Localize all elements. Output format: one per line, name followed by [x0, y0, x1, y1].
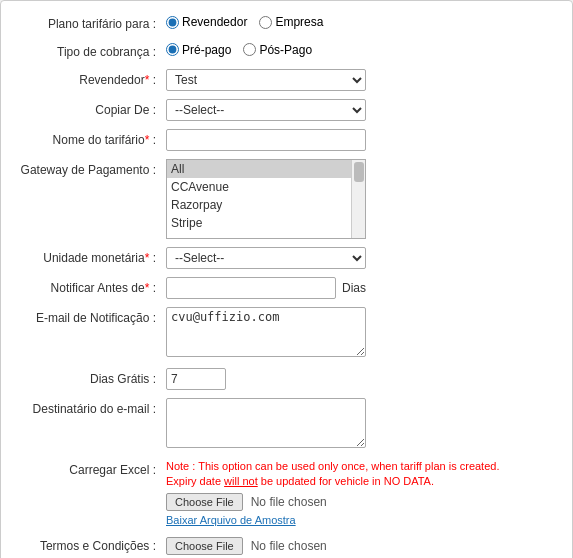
- note-line2-prefix: Expiry date: [166, 475, 224, 487]
- dias-suffix: Dias: [342, 281, 366, 295]
- carregar-label: Carregar Excel :: [11, 459, 166, 479]
- choose-file-button-2[interactable]: Choose File: [166, 537, 243, 555]
- gateway-item-stripe[interactable]: Stripe: [167, 214, 351, 232]
- scrollbar-thumb: [354, 162, 364, 182]
- carregar-row: Carregar Excel : Note : This option can …: [11, 459, 562, 528]
- pospago-radio-label[interactable]: Pós-Pago: [243, 43, 312, 57]
- email-row: E-mail de Notificação : cvu@uffizio.com: [11, 307, 562, 360]
- copiar-control: --Select--: [166, 99, 562, 121]
- download-link[interactable]: Baixar Arquivo de Amostra: [166, 514, 296, 526]
- copiar-label: Copiar De :: [11, 99, 166, 119]
- notificar-row: Notificar Antes de* : Dias: [11, 277, 562, 299]
- email-textarea[interactable]: cvu@uffizio.com: [166, 307, 366, 357]
- revendedor-label: Revendedor* :: [11, 69, 166, 89]
- destinatario-row: Destinatário do e-mail :: [11, 398, 562, 451]
- no-file-text-2: No file chosen: [251, 539, 327, 553]
- destinatario-control: [166, 398, 562, 451]
- dias-label: Dias Grátis :: [11, 368, 166, 388]
- nome-control: [166, 129, 562, 151]
- revendedor-radio[interactable]: [166, 16, 179, 29]
- gateway-label: Gateway de Pagamento :: [11, 159, 166, 179]
- unidade-select[interactable]: --Select--: [166, 247, 366, 269]
- notificar-input[interactable]: [166, 277, 336, 299]
- destinatario-textarea[interactable]: [166, 398, 366, 448]
- gateway-control: All CCAvenue Razorpay Stripe: [166, 159, 562, 239]
- gateway-row: Gateway de Pagamento : All CCAvenue Razo…: [11, 159, 562, 239]
- tipo-label: Tipo de cobrança :: [11, 41, 166, 61]
- pospago-radio[interactable]: [243, 43, 256, 56]
- choose-file-button[interactable]: Choose File: [166, 493, 243, 511]
- prepago-radio-text: Pré-pago: [182, 43, 231, 57]
- empresa-radio-text: Empresa: [275, 15, 323, 29]
- dias-row: Dias Grátis :: [11, 368, 562, 390]
- destinatario-label: Destinatário do e-mail :: [11, 398, 166, 418]
- form-container: Plano tarifário para : Revendedor Empres…: [0, 0, 573, 558]
- email-control: cvu@uffizio.com: [166, 307, 562, 360]
- nome-label: Nome do tarifário* :: [11, 129, 166, 149]
- note-line1: Note : This option can be used only once…: [166, 460, 499, 472]
- plano-radio-group: Revendedor Empresa: [166, 13, 562, 29]
- unidade-control: --Select--: [166, 247, 562, 269]
- gateway-item-all[interactable]: All: [167, 160, 351, 178]
- email-label: E-mail de Notificação :: [11, 307, 166, 327]
- note-line2-underline: will not: [224, 475, 258, 487]
- dias-control: [166, 368, 562, 390]
- gateway-item-ccavenue[interactable]: CCAvenue: [167, 178, 351, 196]
- dias-input[interactable]: [166, 368, 226, 390]
- carregar-file-row: Choose File No file chosen: [166, 493, 562, 511]
- listbox-scrollbar[interactable]: [351, 160, 365, 238]
- empresa-radio-label[interactable]: Empresa: [259, 15, 323, 29]
- unidade-label: Unidade monetária* :: [11, 247, 166, 267]
- termos-control: Choose File No file chosen: [166, 535, 562, 555]
- pospago-radio-text: Pós-Pago: [259, 43, 312, 57]
- termos-row: Termos e Condições : Choose File No file…: [11, 535, 562, 555]
- prepago-radio[interactable]: [166, 43, 179, 56]
- unidade-row: Unidade monetária* : --Select--: [11, 247, 562, 269]
- revendedor-control: Test: [166, 69, 562, 91]
- no-file-text: No file chosen: [251, 495, 327, 509]
- empresa-radio[interactable]: [259, 16, 272, 29]
- revendedor-select[interactable]: Test: [166, 69, 366, 91]
- nome-input[interactable]: [166, 129, 366, 151]
- note-text: Note : This option can be used only once…: [166, 459, 516, 490]
- notificar-control: Dias: [166, 277, 562, 299]
- download-link-row: Baixar Arquivo de Amostra: [166, 513, 562, 527]
- copiar-select[interactable]: --Select--: [166, 99, 366, 121]
- note-line2-suffix: be updated for vehicle in NO DATA.: [258, 475, 434, 487]
- plano-label: Plano tarifário para :: [11, 13, 166, 33]
- gateway-item-razorpay[interactable]: Razorpay: [167, 196, 351, 214]
- carregar-control: Note : This option can be used only once…: [166, 459, 562, 528]
- copiar-row: Copiar De : --Select--: [11, 99, 562, 121]
- tipo-row: Tipo de cobrança : Pré-pago Pós-Pago: [11, 41, 562, 61]
- revendedor-radio-label[interactable]: Revendedor: [166, 15, 247, 29]
- nome-row: Nome do tarifário* :: [11, 129, 562, 151]
- gateway-listbox-items: All CCAvenue Razorpay Stripe: [167, 160, 351, 238]
- revendedor-row: Revendedor* : Test: [11, 69, 562, 91]
- termos-label: Termos e Condições :: [11, 535, 166, 555]
- notificar-label: Notificar Antes de* :: [11, 277, 166, 297]
- revendedor-radio-text: Revendedor: [182, 15, 247, 29]
- plano-row: Plano tarifário para : Revendedor Empres…: [11, 13, 562, 33]
- prepago-radio-label[interactable]: Pré-pago: [166, 43, 231, 57]
- gateway-listbox[interactable]: All CCAvenue Razorpay Stripe: [166, 159, 366, 239]
- termos-file-row: Choose File No file chosen: [166, 537, 562, 555]
- tipo-radio-group: Pré-pago Pós-Pago: [166, 41, 562, 57]
